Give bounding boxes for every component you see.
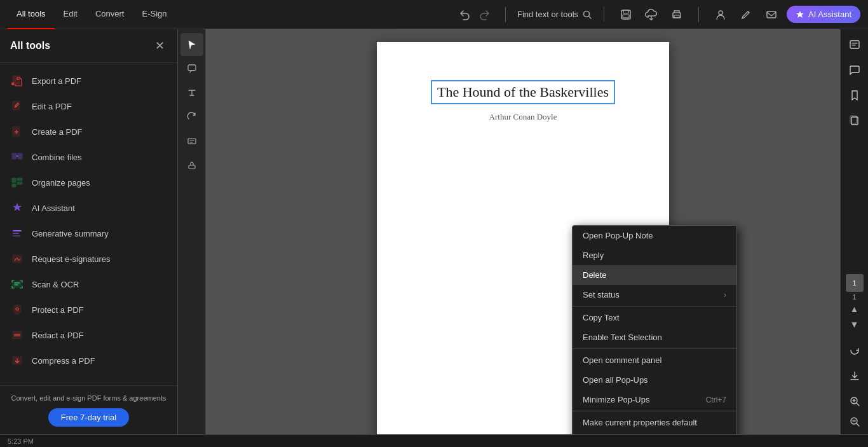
ctx-make-default[interactable]: Make current properties default [573, 413, 736, 432]
tool-item-combine-files[interactable]: Combine files [0, 144, 177, 170]
strip-rotate-button[interactable] [180, 106, 203, 128]
ctx-reply[interactable]: Reply [573, 245, 736, 265]
tool-item-edit-pdf[interactable]: Edit a PDF [0, 93, 177, 119]
right-refresh-button[interactable] [843, 339, 866, 362]
ai-assistant-button[interactable]: AI Assistant [787, 6, 860, 23]
mail-icon [766, 9, 777, 20]
svg-rect-24 [14, 334, 20, 336]
context-menu: Open Pop-Up Note Reply Delete Set status… [572, 225, 737, 434]
strip-cursor-button[interactable] [180, 33, 203, 56]
tool-item-redact-pdf[interactable]: Redact a PDF [0, 322, 177, 348]
right-pages-button[interactable] [843, 109, 866, 132]
ctx-separator-1 [573, 306, 736, 306]
tab-convert[interactable]: Convert [86, 0, 133, 29]
tool-item-scan-ocr[interactable]: Scan & OCR [0, 272, 177, 297]
print-icon-button[interactable] [667, 4, 687, 25]
strip-ocr-button[interactable] [180, 130, 203, 153]
tool-label-redact-pdf: Redact a PDF [32, 331, 84, 340]
tool-label-scan-ocr: Scan & OCR [32, 280, 79, 289]
tool-item-generative-summary[interactable]: Generative summary [0, 221, 177, 246]
page-nav-down[interactable]: ▼ [846, 317, 864, 331]
save-icon-button[interactable] [616, 4, 636, 25]
zoom-out-icon [849, 416, 860, 427]
svg-rect-27 [188, 139, 196, 144]
tool-item-organize-pages[interactable]: Organize pages [0, 170, 177, 195]
toolbar-tabs: All tools Edit Convert E-Sign [8, 0, 456, 29]
tool-label-organize-pages: Organize pages [32, 178, 90, 188]
bookmark-icon [849, 90, 860, 101]
undo-redo-group [456, 6, 494, 24]
pdf-document-title[interactable]: The Hound of the Baskervilles [431, 80, 615, 104]
tool-item-request-esignatures[interactable]: Request e-signatures [0, 246, 177, 272]
right-comment-button[interactable] [843, 58, 866, 81]
pdf-document-author: Arthur Conan Doyle [489, 112, 557, 122]
tool-item-export-pdf[interactable]: Export a PDF [0, 68, 177, 93]
find-tools-label: Find text or tools [517, 10, 578, 19]
right-download-button[interactable] [843, 364, 866, 387]
account-icon [715, 9, 726, 20]
zoom-in-icon [849, 395, 860, 407]
tool-label-compress-pdf: Compress a PDF [32, 356, 95, 366]
scan-ocr-icon [10, 277, 24, 291]
ctx-open-popup-note[interactable]: Open Pop-Up Note [573, 226, 736, 245]
cloud-icon [645, 9, 658, 20]
sidebar-footer-text: Convert, edit and e-sign PDF forms & agr… [10, 394, 167, 403]
tool-item-compress-pdf[interactable]: Compress a PDF [0, 348, 177, 373]
mail-icon-button[interactable] [761, 4, 782, 25]
ctx-label-open-all-popups: Open all Pop-Ups [583, 375, 648, 385]
ai-star-icon [796, 10, 804, 19]
organize-pages-icon [10, 175, 24, 189]
edit-pdf-icon [10, 99, 24, 113]
account-icon-button[interactable] [710, 4, 731, 25]
ctx-set-status[interactable]: Set status › [573, 285, 736, 305]
toolbar-right: Find text or tools [456, 4, 860, 25]
svg-rect-11 [12, 153, 17, 159]
rotate-icon [187, 112, 197, 122]
ctx-enable-text-selection[interactable]: Enable Text Selection [573, 327, 736, 347]
page-navigator: 1 1 ▲ ▼ [846, 274, 864, 331]
svg-point-6 [719, 11, 722, 15]
tool-item-create-pdf[interactable]: Create a PDF [0, 119, 177, 144]
generative-summary-icon [10, 226, 24, 240]
tab-all-tools[interactable]: All tools [8, 0, 55, 29]
page-nav-up[interactable]: ▲ [846, 302, 864, 316]
toolbar-divider-2 [604, 7, 604, 22]
status-time: 5:23 PM [8, 437, 34, 445]
strip-comment-button[interactable] [180, 57, 203, 80]
tool-item-ai-assistant[interactable]: AI Assistant [0, 195, 177, 221]
strip-stamp-button[interactable] [180, 154, 203, 177]
sidebar-title: All tools [10, 40, 50, 52]
ctx-open-all-popups[interactable]: Open all Pop-Ups [573, 370, 736, 390]
find-tools[interactable]: Find text or tools [517, 10, 592, 20]
undo-button[interactable] [456, 6, 473, 24]
ctx-label-set-status: Set status [583, 290, 620, 299]
top-toolbar: All tools Edit Convert E-Sign Find text … [0, 0, 868, 29]
tool-item-protect-pdf[interactable]: Protect a PDF [0, 297, 177, 322]
zoom-in-button[interactable] [846, 392, 864, 410]
free-trial-button[interactable]: Free 7-day trial [48, 408, 129, 427]
ctx-label-reply: Reply [583, 251, 604, 260]
ctx-delete[interactable]: Delete [573, 265, 736, 285]
ctx-properties[interactable]: Properties... [573, 432, 736, 434]
tab-esign[interactable]: E-Sign [133, 0, 175, 29]
compress-pdf-icon [10, 354, 24, 368]
strip-text-button[interactable] [180, 81, 203, 104]
right-bookmark-button[interactable] [843, 84, 866, 107]
tab-edit[interactable]: Edit [55, 0, 86, 29]
cloud-icon-button[interactable] [641, 4, 661, 25]
svg-rect-17 [13, 230, 22, 231]
sidebar-close-button[interactable]: ✕ [152, 38, 167, 53]
cursor-icon [187, 39, 197, 50]
ctx-open-comment-panel[interactable]: Open comment panel [573, 350, 736, 370]
right-annotate-button[interactable] [843, 33, 866, 56]
tool-label-edit-pdf: Edit a PDF [32, 102, 72, 111]
ctx-separator-2 [573, 348, 736, 349]
redo-button[interactable] [476, 6, 494, 24]
ctx-minimize-popups[interactable]: Minimize Pop-Ups Ctrl+7 [573, 390, 736, 409]
search-icon [582, 10, 592, 20]
zoom-out-button[interactable] [846, 413, 864, 430]
pen-icon-button[interactable] [736, 4, 756, 25]
svg-rect-28 [189, 165, 195, 168]
ctx-copy-text[interactable]: Copy Text [573, 308, 736, 327]
svg-rect-16 [12, 184, 16, 187]
